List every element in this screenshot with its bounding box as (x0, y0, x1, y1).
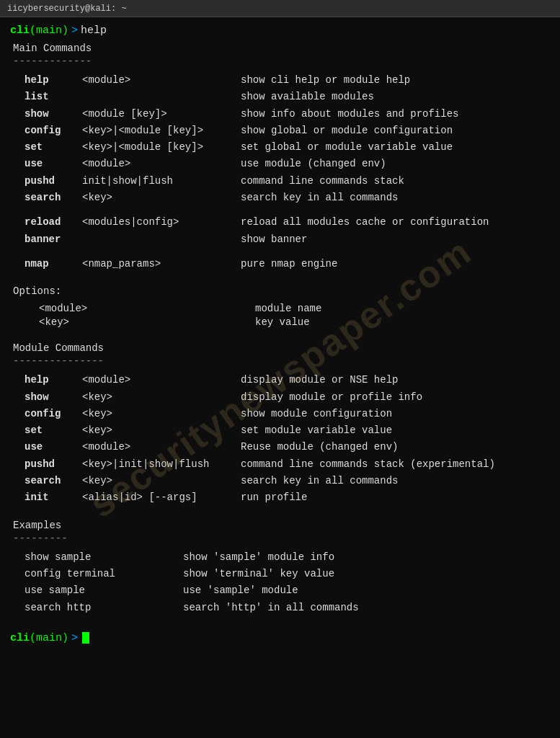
cmd-desc: show global or module configuration (241, 123, 453, 138)
example-cmd: config terminal (25, 566, 183, 581)
table-row: nmap <nmap_params> pure nmap engine (25, 257, 550, 271)
cmd-params: <key>|<module [key]> (82, 140, 241, 154)
list-item: <key> key value (39, 316, 550, 328)
cmd-params: <key>|init|show|flush (82, 457, 241, 471)
opt-desc: module name (255, 303, 321, 314)
cmd-params (82, 89, 241, 104)
example-cmd: show sample (25, 550, 183, 564)
examples-divider: --------- (13, 533, 550, 544)
cmd-name: pushd (25, 457, 82, 471)
opt-key: <key> (39, 316, 255, 328)
bottom-prompt-arrow: > (71, 632, 78, 644)
table-row: show <key> display module or profile inf… (25, 390, 550, 404)
table-row: set <key> set module variable value (25, 423, 550, 437)
cmd-params: <key> (82, 423, 241, 437)
top-prompt-line: cli ( main ) > help (10, 25, 550, 37)
cmd-params: <key>|<module [key]> (82, 123, 241, 138)
table-row: use <module> Reuse module (changed env) (25, 440, 550, 454)
cmd-name: search (25, 190, 82, 205)
table-row: help <module> show cli help or module he… (25, 73, 550, 87)
examples-title: Examples (13, 520, 550, 531)
cursor (82, 632, 89, 644)
cmd-params (82, 232, 241, 246)
bottom-prompt-line: cli ( main ) > (10, 632, 550, 644)
cmd-params: <key> (82, 474, 241, 488)
table-row: config <key> show module configuration (25, 406, 550, 421)
bottom-bracket-close: ) (62, 632, 68, 644)
cmd-params: init|show|flush (82, 174, 241, 188)
cmd-desc: reload all modules cache or configuratio… (241, 215, 489, 229)
cmd-name: init (25, 490, 82, 504)
cmd-desc: show banner (241, 232, 307, 246)
main-commands-table2: reload <modules|config> reload all modul… (25, 215, 550, 246)
cmd-desc: pure nmap engine (241, 257, 337, 271)
prompt-arrow: > (71, 25, 78, 37)
cmd-desc: show module configuration (241, 406, 392, 421)
cmd-name: config (25, 406, 82, 421)
table-row: search <key> search key in all commands (25, 190, 550, 205)
bottom-prompt-cli: cli (10, 632, 30, 644)
table-row: show <module [key]> show info about modu… (25, 107, 550, 121)
cmd-desc: command line commands stack (241, 174, 404, 188)
example-cmd: search http (25, 600, 183, 615)
cmd-name: use (25, 156, 82, 171)
cmd-desc: show available modules (241, 89, 374, 104)
example-cmd: use sample (25, 583, 183, 597)
cmd-desc: command line commands stack (experimenta… (241, 457, 495, 471)
cmd-params: <module> (82, 373, 241, 387)
cmd-name: list (25, 89, 82, 104)
table-row: pushd <key>|init|show|flush command line… (25, 457, 550, 471)
cmd-name: help (25, 73, 82, 87)
example-desc: use 'sample' module (183, 583, 298, 597)
table-row: config <key>|<module [key]> show global … (25, 123, 550, 138)
cmd-name: banner (25, 232, 82, 246)
table-row: pushd init|show|flush command line comma… (25, 174, 550, 188)
terminal-body: securitynewspaper.com cli ( main ) > hel… (0, 17, 560, 738)
list-item: <module> module name (39, 303, 550, 314)
opt-key: <module> (39, 303, 255, 314)
table-row: reload <modules|config> reload all modul… (25, 215, 550, 229)
examples-table: show sample show 'sample' module info co… (25, 550, 550, 615)
bottom-bracket-open: ( (30, 632, 36, 644)
cmd-params: <key> (82, 390, 241, 404)
cmd-params: <module> (82, 440, 241, 454)
cmd-name: show (25, 390, 82, 404)
table-row: search <key> search key in all commands (25, 474, 550, 488)
cmd-params: <nmap_params> (82, 257, 241, 271)
main-commands-table3: nmap <nmap_params> pure nmap engine (25, 257, 550, 271)
title-bar: iicybersecurity@kali: ~ (0, 0, 560, 17)
cmd-name: set (25, 140, 82, 154)
cmd-name: set (25, 423, 82, 437)
module-commands-table: help <module> display module or NSE help… (25, 373, 550, 504)
cmd-params: <key> (82, 406, 241, 421)
cmd-desc: use module (changed env) (241, 156, 386, 171)
table-row: help <module> display module or NSE help (25, 373, 550, 387)
prompt-cli: cli (10, 25, 30, 37)
table-row: config terminal show 'terminal' key valu… (25, 566, 550, 581)
cmd-name: show (25, 107, 82, 121)
cmd-name: reload (25, 215, 82, 229)
cmd-desc: Reuse module (changed env) (241, 440, 398, 454)
table-row: use <module> use module (changed env) (25, 156, 550, 171)
cmd-desc: set global or module variable value (241, 140, 453, 154)
cmd-params: <modules|config> (82, 215, 241, 229)
cmd-desc: display module or profile info (241, 390, 422, 404)
table-row: init <alias|id> [--args] run profile (25, 490, 550, 504)
cmd-params: <module> (82, 156, 241, 171)
example-desc: search 'http' in all commands (183, 600, 359, 615)
title-bar-text: iicybersecurity@kali: ~ (7, 4, 127, 14)
terminal-window: iicybersecurity@kali: ~ securitynewspape… (0, 0, 560, 738)
opt-desc: key value (255, 316, 310, 328)
table-row: banner show banner (25, 232, 550, 246)
cmd-params: <alias|id> [--args] (82, 490, 241, 504)
table-row: use sample use 'sample' module (25, 583, 550, 597)
cmd-params: <module> (82, 73, 241, 87)
options-label: Options: (13, 285, 550, 297)
cmd-params: <key> (82, 190, 241, 205)
table-row: search http search 'http' in all command… (25, 600, 550, 615)
bottom-prompt-context: main (36, 632, 62, 644)
cmd-name: pushd (25, 174, 82, 188)
cmd-desc: show cli help or module help (241, 73, 410, 87)
cmd-desc: show info about modules and profiles (241, 107, 458, 121)
cmd-desc: search key in all commands (241, 474, 398, 488)
